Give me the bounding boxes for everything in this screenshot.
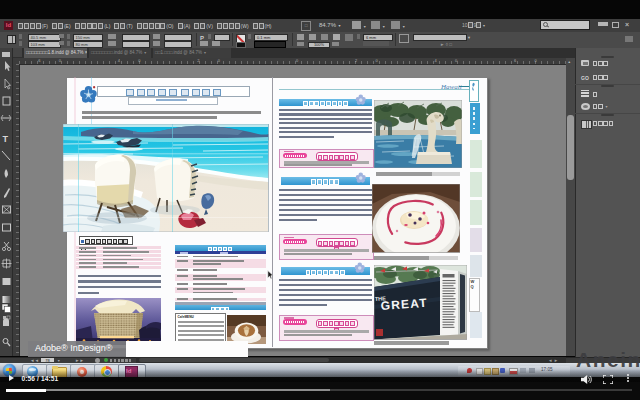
svg-text:THE: THE (375, 296, 387, 303)
